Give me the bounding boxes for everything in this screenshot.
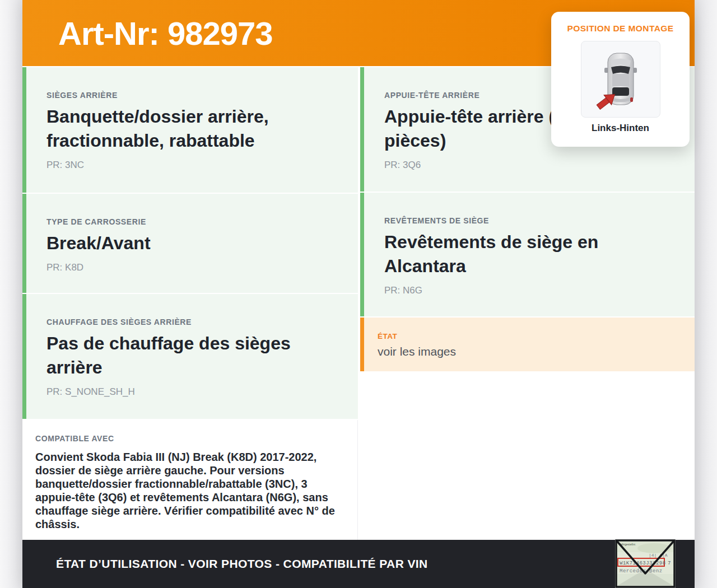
listing-page: Art-Nr: 982973 SIÈGES ARRIÈRE Banquette/… — [22, 0, 695, 588]
spec-card-type-carrosserie: TYPE DE CARROSSERIE Break/Avant PR: K8D — [22, 194, 358, 293]
etat-label: ÉTAT — [378, 332, 683, 340]
spec-label: SIÈGES ARRIÈRE — [46, 91, 342, 100]
mounting-position-image-box — [581, 41, 660, 118]
spec-label: TYPE DE CARROSSERIE — [46, 217, 342, 226]
compatibility-text: Convient Skoda Fabia III (NJ) Break (K8D… — [35, 450, 346, 531]
etat-card: ÉTAT voir les images — [360, 318, 695, 371]
vin-doc-vin-text: W1K71463J31298 — [620, 561, 666, 566]
spec-card-chauffage: CHAUFFAGE DES SIÈGES ARRIÈRE Pas de chau… — [22, 294, 358, 419]
spec-card-sieges-arriere: SIÈGES ARRIÈRE Banquette/dossier arrière… — [22, 67, 358, 193]
spec-pr-code: PR: K8D — [46, 262, 342, 273]
spec-pr-code: PR: S_NONE_SH_H — [46, 386, 342, 398]
spec-title: Revêtements de siège en Alcantara — [384, 230, 642, 278]
mounting-position-caption: Links-Hinten — [551, 123, 690, 134]
spec-pr-code: PR: 3NC — [46, 160, 342, 171]
vin-doc-vin-suffix: 7 — [668, 561, 671, 566]
spec-card-revetements: REVÊTEMENTS DE SIÈGE Revêtements de sièg… — [360, 193, 695, 316]
vin-doc-partial-row: |4| A|A — [649, 553, 668, 558]
spec-label: REVÊTEMENTS DE SIÈGE — [384, 216, 679, 225]
footer-text: ÉTAT D’UTILISATION - VOIR PHOTOS - COMPA… — [56, 557, 428, 571]
spec-title: Pas de chauffage des sièges arrière — [46, 332, 338, 380]
spec-label: CHAUFFAGE DES SIÈGES ARRIÈRE — [46, 318, 342, 326]
spec-pr-code: PR: N6G — [384, 285, 679, 296]
vin-document-thumbnail: Fahrgestellnr. |4| A|A W1K71463J31298 7 … — [615, 539, 676, 588]
spec-pr-code: PR: 3Q6 — [384, 160, 679, 171]
vin-document-envelope-icon: Fahrgestellnr. |4| A|A W1K71463J31298 7 … — [615, 539, 676, 588]
car-top-view-icon — [581, 41, 660, 117]
etat-value: voir les images — [378, 345, 683, 358]
spec-title: Break/Avant — [46, 231, 342, 255]
mounting-position-title: POSITION DE MONTAGE — [551, 24, 690, 34]
compatibility-label: COMPATIBLE AVEC — [35, 432, 346, 445]
spec-title: Banquette/dossier arrière, fractionnable… — [46, 105, 342, 153]
spec-column-left: SIÈGES ARRIÈRE Banquette/dossier arrière… — [22, 67, 358, 540]
article-number-title: Art-Nr: 982973 — [58, 15, 273, 52]
footer-bar: ÉTAT D’UTILISATION - VOIR PHOTOS - COMPA… — [22, 540, 695, 588]
compatibility-card: COMPATIBLE AVEC Convient Skoda Fabia III… — [22, 420, 358, 540]
mounting-position-card: POSITION DE MONTAGE — [551, 12, 690, 147]
